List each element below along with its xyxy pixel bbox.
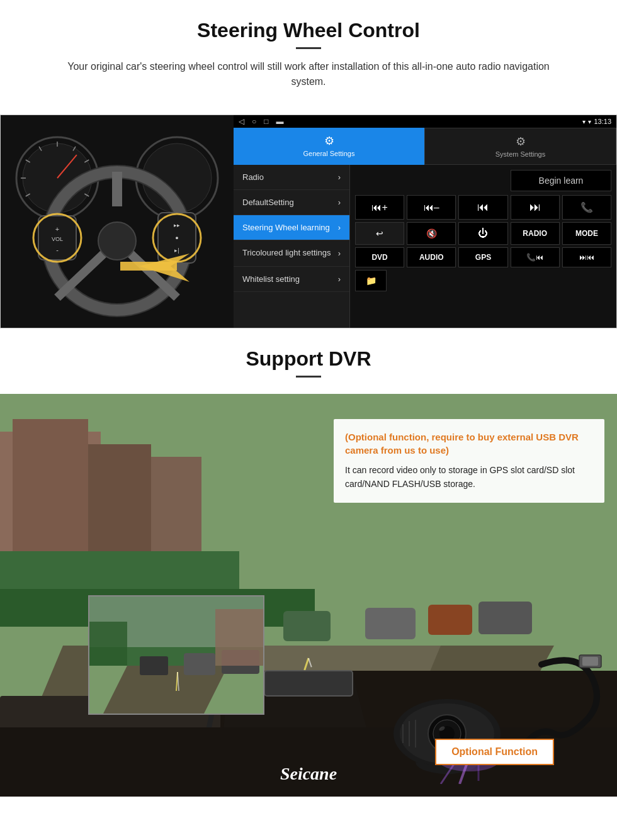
menu-item-radio[interactable]: Radio ›	[234, 165, 349, 190]
svg-rect-47	[365, 608, 416, 639]
steering-wheel-bg: + VOL - ▸▸ ● ▸|	[1, 115, 234, 328]
menu-tricoloured-label: Tricoloured light settings	[242, 248, 331, 259]
svg-rect-55	[264, 671, 353, 696]
svg-rect-61	[140, 656, 168, 675]
svg-text:●: ●	[175, 235, 178, 241]
begin-learn-row: Begin learn	[355, 170, 611, 191]
title-divider	[296, 47, 321, 49]
android-statusbar: ◁ ○ □ ▬ ▾ ▾ 13:13	[234, 115, 616, 128]
svg-text:-: -	[56, 246, 59, 254]
dvr-title-divider	[296, 376, 321, 378]
svg-text:+: +	[55, 225, 59, 233]
btn-vol-down[interactable]: ⏮–	[407, 195, 456, 220]
menu-radio-arrow: ›	[338, 172, 341, 182]
steering-photo: + VOL - ▸▸ ● ▸|	[1, 115, 234, 328]
seicane-logo: Seicane	[280, 764, 337, 784]
media-controls-row3: DVD AUDIO GPS 📞⏮ ⏭⏮	[355, 247, 611, 267]
begin-learn-button[interactable]: Begin learn	[511, 170, 611, 191]
android-ui-panel: ◁ ○ □ ▬ ▾ ▾ 13:13 ⚙ General Settings ⚙ S…	[234, 115, 616, 328]
optional-function-badge[interactable]: Optional Function	[435, 739, 554, 765]
dvr-info-card: (Optional function, require to buy exter…	[334, 419, 604, 503]
menu-radio-label: Radio	[242, 172, 264, 182]
svg-rect-49	[478, 602, 532, 634]
btn-gps[interactable]: GPS	[458, 247, 507, 267]
android-menu: Radio › DefaultSetting › Steering Wheel …	[234, 165, 350, 328]
dvr-title-area: Support DVR	[0, 335, 617, 394]
tab-general-settings[interactable]: ⚙ General Settings	[234, 128, 424, 165]
menu-item-defaultsetting[interactable]: DefaultSetting ›	[234, 190, 349, 215]
signal-icon: ▾	[582, 118, 586, 125]
menu-icon[interactable]: ▬	[276, 117, 284, 126]
svg-rect-70	[582, 657, 598, 666]
btn-call-prev[interactable]: 📞⏮	[511, 247, 560, 267]
recents-icon[interactable]: □	[264, 117, 268, 126]
dvr-inset-svg	[89, 596, 264, 715]
menu-whitelist-label: Whitelist setting	[242, 274, 300, 284]
svg-rect-62	[184, 653, 215, 675]
dvr-description: It can record video only to storage in G…	[345, 463, 593, 491]
dvr-inset-screenshot	[88, 595, 264, 715]
steering-composite: + VOL - ▸▸ ● ▸| ◁ ○	[0, 115, 617, 328]
btn-hangup[interactable]: ↩	[355, 222, 404, 245]
menu-defaultsetting-label: DefaultSetting	[242, 198, 294, 207]
system-settings-label: System Settings	[495, 150, 545, 158]
svg-rect-48	[428, 605, 472, 635]
menu-item-steering-wheel[interactable]: Steering Wheel learning ›	[234, 215, 349, 240]
btn-call[interactable]: 📞	[562, 195, 611, 220]
media-controls-row1: ⏮+ ⏮– ⏮ ⏭ 📞	[355, 195, 611, 220]
android-tabs: ⚙ General Settings ⚙ System Settings	[234, 128, 616, 165]
btn-radio[interactable]: RADIO	[511, 222, 560, 245]
svg-point-20	[98, 222, 136, 260]
steering-title: Steering Wheel Control	[25, 19, 592, 42]
menu-item-tricoloured[interactable]: Tricoloured light settings ›	[234, 240, 349, 267]
status-time: 13:13	[594, 118, 611, 125]
general-settings-label: General Settings	[303, 150, 355, 157]
dvr-title: Support DVR	[0, 347, 617, 371]
back-icon[interactable]: ◁	[239, 117, 244, 126]
svg-text:▸|: ▸|	[174, 247, 179, 254]
svg-rect-66	[215, 609, 264, 666]
svg-text:VOL: VOL	[52, 236, 63, 242]
btn-audio[interactable]: AUDIO	[407, 247, 456, 267]
dvr-section: Support DVR	[0, 335, 617, 797]
svg-rect-46	[283, 611, 331, 641]
btn-power[interactable]: ⏻	[458, 222, 507, 245]
menu-whitelist-arrow: ›	[338, 274, 341, 284]
btn-mode[interactable]: MODE	[562, 222, 611, 245]
settings-gear-icon: ⚙	[324, 134, 334, 148]
btn-dvd[interactable]: DVD	[355, 247, 404, 267]
media-controls-row2: ↩ 🔇 ⏻ RADIO MODE	[355, 222, 611, 245]
dvr-optional-note: (Optional function, require to buy exter…	[345, 430, 593, 457]
menu-tricoloured-arrow: ›	[338, 249, 341, 258]
svg-rect-32	[120, 262, 177, 271]
btn-vol-up[interactable]: ⏮+	[355, 195, 404, 220]
menu-steering-label: Steering Wheel learning	[242, 223, 330, 232]
android-buttons-panel: Begin learn ⏮+ ⏮– ⏮ ⏭ 📞 ↩ 🔇 ⏻ RADIO MODE	[350, 165, 616, 328]
btn-next-prev[interactable]: ⏭⏮	[562, 247, 611, 267]
home-icon[interactable]: ○	[252, 117, 256, 126]
steering-subtitle: Your original car's steering wheel contr…	[50, 59, 567, 89]
tab-system-settings[interactable]: ⚙ System Settings	[424, 128, 616, 165]
btn-next[interactable]: ⏭	[511, 195, 560, 220]
android-content: Radio › DefaultSetting › Steering Wheel …	[234, 165, 616, 328]
steering-section: Steering Wheel Control Your original car…	[0, 0, 617, 115]
svg-rect-65	[89, 622, 127, 666]
menu-steering-arrow: ›	[338, 223, 341, 232]
dvr-image-area: eicanE	[0, 394, 617, 797]
btn-prev[interactable]: ⏮	[458, 195, 507, 220]
menu-item-whitelist[interactable]: Whitelist setting ›	[234, 267, 349, 292]
svg-text:▸▸: ▸▸	[174, 222, 180, 228]
system-icon: ⚙	[516, 135, 526, 148]
btn-extra[interactable]: 📁	[355, 270, 387, 291]
media-controls-row4: 📁	[355, 270, 611, 291]
menu-defaultsetting-arrow: ›	[338, 198, 341, 207]
btn-mute[interactable]: 🔇	[407, 222, 456, 245]
wifi-icon: ▾	[588, 118, 591, 125]
steering-wheel-svg: + VOL - ▸▸ ● ▸|	[1, 115, 234, 328]
